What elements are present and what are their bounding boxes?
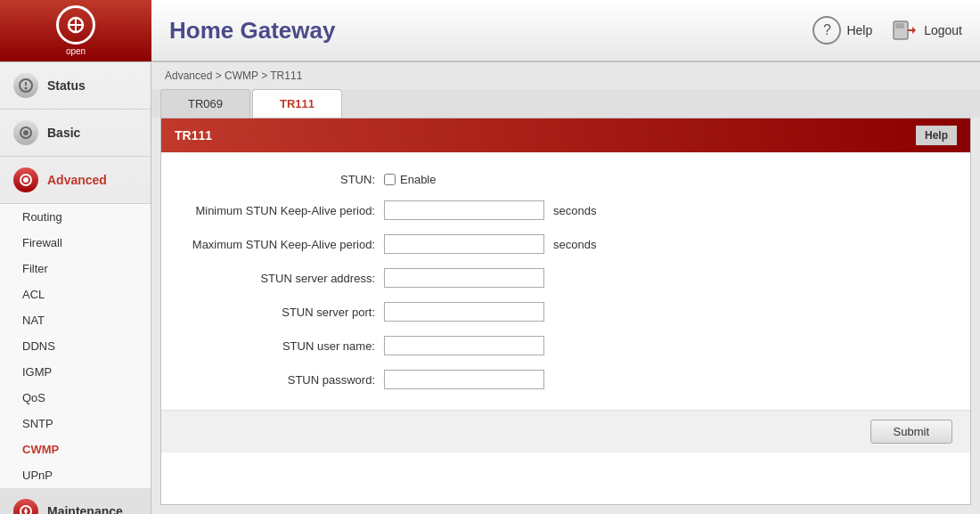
logo-text: open [66,46,86,56]
breadcrumb: Advanced > CWMP > TR111 [151,62,980,89]
sidebar-item-advanced[interactable]: Advanced [0,157,151,204]
form-body: STUN: Enable Minimum STUN Keep-Alive per… [161,152,970,410]
sidebar-item-qos[interactable]: QoS [0,385,151,411]
stun-enable-text: Enable [400,173,436,186]
stun-enable-checkbox-label[interactable]: Enable [384,173,436,186]
sidebar-item-status[interactable]: Status [0,62,151,110]
form-row-min-stun: Minimum STUN Keep-Alive period: seconds [161,193,970,227]
maintenance-icon [13,499,38,514]
min-stun-input[interactable] [384,200,544,220]
help-label: Help [846,23,872,37]
sidebar-label-advanced: Advanced [47,173,107,187]
form-row-stun: STUN: Enable [161,166,970,193]
sidebar-item-sntp[interactable]: SNTP [0,411,151,436]
content-area: Advanced > CWMP > TR111 TR069 TR111 TR11… [151,62,980,514]
svg-rect-4 [895,23,904,29]
sidebar-item-igmp[interactable]: IGMP [0,359,151,385]
form-row-stun-password: STUN password: [161,363,970,396]
logout-icon [890,16,919,45]
form-row-stun-username: STUN user name: [161,329,970,363]
advanced-icon [13,167,38,192]
sidebar-label-maintenance: Maintenance [47,504,123,514]
sidebar: Status Basic Advanced Routing Firewall F… [0,62,151,514]
stun-username-label: STUN user name: [179,339,375,353]
logo-icon [65,14,86,36]
max-stun-label: Maximum STUN Keep-Alive period: [179,238,375,251]
basic-icon [13,120,38,145]
sidebar-item-acl[interactable]: ACL [0,281,151,307]
sidebar-item-filter[interactable]: Filter [0,256,151,281]
help-icon: ? [813,16,841,45]
tab-tr111[interactable]: TR111 [252,89,342,118]
stun-password-input[interactable] [384,370,544,389]
max-stun-input[interactable] [384,234,544,254]
sidebar-item-cwmp[interactable]: CWMP [0,436,151,462]
sidebar-item-ddns[interactable]: DDNS [0,333,151,359]
stun-server-port-input[interactable] [384,302,544,322]
form-help-button[interactable]: Help [916,126,957,145]
logout-button[interactable]: Logout [890,16,962,45]
advanced-submenu: Routing Firewall Filter ACL NAT DDNS IGM… [0,204,151,488]
page-title: Home Gateway [151,17,813,45]
stun-server-addr-label: STUN server address: [179,272,375,285]
submit-button[interactable]: Submit [870,420,952,444]
form-row-stun-server-port: STUN server port: [161,295,970,329]
sidebar-item-nat[interactable]: NAT [0,307,151,333]
svg-point-9 [25,87,28,90]
stun-enable-checkbox[interactable] [384,174,396,185]
header: open Home Gateway ? Help Logout [0,0,980,62]
sidebar-label-basic: Basic [47,126,80,140]
form-row-stun-server-addr: STUN server address: [161,261,970,295]
header-actions: ? Help Logout [813,16,980,45]
main-layout: Status Basic Advanced Routing Firewall F… [0,62,980,514]
status-icon [13,73,38,98]
sidebar-item-basic[interactable]: Basic [0,110,151,157]
sidebar-item-firewall[interactable]: Firewall [0,230,151,256]
sidebar-item-routing[interactable]: Routing [0,204,151,230]
stun-username-input[interactable] [384,336,544,355]
form-row-max-stun: Maximum STUN Keep-Alive period: seconds [161,227,970,261]
stun-label: STUN: [179,173,375,186]
form-title: TR111 [175,128,212,143]
logout-label: Logout [924,23,962,37]
help-button[interactable]: ? Help [813,16,872,45]
form-panel-header: TR111 Help [161,118,970,152]
svg-marker-6 [912,27,916,34]
logo: open [0,0,151,61]
form-panel: TR111 Help STUN: Enable Minimum STUN Kee… [160,118,971,505]
sidebar-item-upnp[interactable]: UPnP [0,462,151,488]
form-footer: Submit [161,410,970,453]
stun-server-port-label: STUN server port: [179,306,375,319]
min-stun-unit: seconds [553,204,596,217]
min-stun-label: Minimum STUN Keep-Alive period: [179,204,375,217]
logo-circle [56,5,95,45]
tabs-bar: TR069 TR111 [151,89,980,118]
max-stun-unit: seconds [553,238,596,251]
tab-tr069[interactable]: TR069 [160,89,250,118]
stun-server-address-input[interactable] [384,268,544,288]
sidebar-label-status: Status [47,78,86,93]
sidebar-item-maintenance[interactable]: Maintenance [0,488,151,514]
stun-password-label: STUN password: [179,373,375,387]
